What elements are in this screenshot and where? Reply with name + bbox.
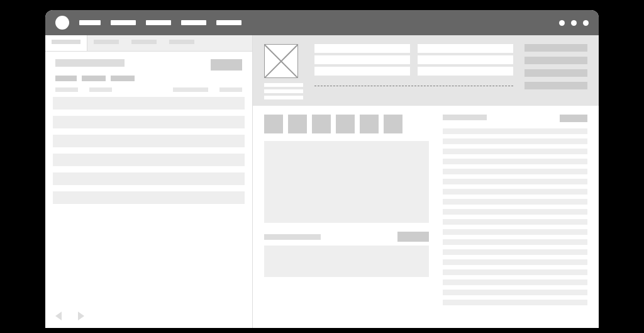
next-icon[interactable] bbox=[78, 312, 242, 320]
caption-line bbox=[264, 83, 303, 87]
right-panel bbox=[253, 35, 599, 328]
divider bbox=[314, 86, 513, 86]
content-slot bbox=[264, 141, 429, 223]
field-input[interactable] bbox=[418, 44, 513, 53]
nav-item[interactable] bbox=[216, 20, 242, 25]
thumb-tile[interactable] bbox=[264, 115, 283, 133]
thumb-tile[interactable] bbox=[360, 115, 379, 133]
main-nav bbox=[79, 20, 242, 25]
side-action[interactable] bbox=[525, 69, 587, 77]
panel-title bbox=[55, 59, 125, 67]
window-controls bbox=[559, 20, 589, 26]
filter-chip[interactable] bbox=[55, 76, 77, 81]
feed-line bbox=[443, 219, 587, 225]
list-row[interactable] bbox=[53, 172, 245, 185]
nav-item[interactable] bbox=[181, 20, 206, 25]
tab[interactable] bbox=[125, 35, 163, 51]
prev-icon[interactable] bbox=[55, 312, 62, 320]
field-input[interactable] bbox=[314, 44, 410, 53]
logo-icon bbox=[55, 16, 69, 30]
content-slot bbox=[264, 246, 429, 277]
thumb-tile[interactable] bbox=[312, 115, 331, 133]
feed-line bbox=[443, 179, 587, 184]
feed-line bbox=[443, 169, 587, 174]
feed-line bbox=[443, 138, 587, 144]
list-row[interactable] bbox=[53, 191, 245, 204]
thumb-tile[interactable] bbox=[336, 115, 355, 133]
control-dot-icon[interactable] bbox=[583, 20, 589, 26]
control-dot-icon[interactable] bbox=[559, 20, 565, 26]
feed-line bbox=[443, 229, 587, 235]
feed-list bbox=[443, 128, 587, 305]
app-window bbox=[45, 10, 599, 328]
feed-line bbox=[443, 239, 587, 245]
list-row[interactable] bbox=[53, 135, 245, 147]
feed-line bbox=[443, 128, 587, 134]
caption-line bbox=[264, 96, 303, 99]
nav-item[interactable] bbox=[79, 20, 101, 25]
left-panel bbox=[45, 35, 253, 328]
feed-line bbox=[443, 189, 587, 195]
list-row[interactable] bbox=[53, 97, 245, 110]
column-header[interactable] bbox=[89, 87, 112, 92]
field-input[interactable] bbox=[314, 55, 410, 64]
feed-title bbox=[443, 115, 487, 120]
field-input[interactable] bbox=[418, 55, 513, 64]
list-row[interactable] bbox=[53, 154, 245, 166]
nav-item[interactable] bbox=[146, 20, 171, 25]
caption-line bbox=[264, 89, 303, 93]
column-header[interactable] bbox=[55, 87, 78, 92]
list-row[interactable] bbox=[53, 116, 245, 128]
section-title bbox=[264, 234, 321, 240]
thumb-tile[interactable] bbox=[288, 115, 307, 133]
primary-button[interactable] bbox=[211, 59, 242, 71]
section-button[interactable] bbox=[397, 232, 429, 242]
feed-line bbox=[443, 209, 587, 215]
side-action[interactable] bbox=[525, 57, 587, 64]
field-input[interactable] bbox=[418, 67, 513, 76]
feed-button[interactable] bbox=[560, 115, 587, 122]
tab[interactable] bbox=[87, 35, 125, 51]
column-header[interactable] bbox=[219, 87, 242, 92]
pager bbox=[45, 304, 252, 328]
feed-line bbox=[443, 199, 587, 205]
feed-line bbox=[443, 300, 587, 305]
control-dot-icon[interactable] bbox=[571, 20, 577, 26]
filter-chip[interactable] bbox=[111, 76, 135, 81]
feed-line bbox=[443, 259, 587, 265]
column-header[interactable] bbox=[173, 87, 208, 92]
nav-item[interactable] bbox=[111, 20, 136, 25]
feed-line bbox=[443, 269, 587, 275]
titlebar bbox=[45, 10, 599, 35]
feed-line bbox=[443, 159, 587, 164]
feed-line bbox=[443, 149, 587, 154]
feed-line bbox=[443, 279, 587, 285]
thumb-tile[interactable] bbox=[384, 115, 402, 133]
filter-chip[interactable] bbox=[82, 76, 106, 81]
feed-line bbox=[443, 249, 587, 255]
field-input[interactable] bbox=[314, 67, 410, 76]
side-action[interactable] bbox=[525, 82, 587, 89]
side-action[interactable] bbox=[525, 44, 587, 52]
thumbnail-placeholder-icon bbox=[264, 44, 298, 78]
detail-header bbox=[253, 35, 599, 106]
tab[interactable] bbox=[45, 35, 87, 51]
tab-bar bbox=[45, 35, 252, 52]
feed-line bbox=[443, 290, 587, 295]
tab[interactable] bbox=[163, 35, 201, 51]
